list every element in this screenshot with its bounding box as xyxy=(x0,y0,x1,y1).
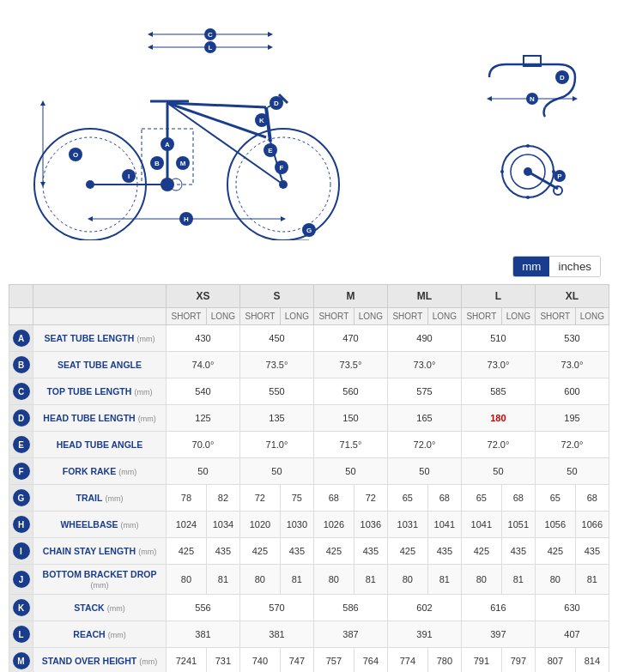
ml-long: LONG xyxy=(427,308,461,325)
cell-b-4: 73.0° xyxy=(461,352,535,378)
row-letter-l: L xyxy=(9,621,33,648)
xl-short: SHORT xyxy=(535,308,575,325)
cell-h-10: 1056 xyxy=(535,512,575,538)
cell-l-5: 407 xyxy=(535,621,609,648)
cell-k-4: 616 xyxy=(461,595,535,621)
row-letter-a: A xyxy=(9,325,33,352)
svg-point-62 xyxy=(526,144,530,148)
cell-m-4: 757 xyxy=(313,648,354,673)
cell-h-6: 1031 xyxy=(387,512,427,538)
cell-m-8: 791 xyxy=(461,648,501,673)
crank-svg: P xyxy=(489,137,575,206)
cell-j-2: 80 xyxy=(239,565,280,595)
corner-cell-2 xyxy=(33,285,167,308)
unit-toggle-area: mm inches xyxy=(0,249,618,284)
unit-toggle[interactable]: mm inches xyxy=(512,256,601,277)
cell-g-5: 72 xyxy=(354,485,387,512)
cell-g-7: 68 xyxy=(427,485,461,512)
cell-f-2: 50 xyxy=(313,458,387,485)
size-ml: ML xyxy=(387,285,461,308)
parts-diagrams: D N P xyxy=(464,51,601,206)
cell-i-8: 425 xyxy=(461,538,501,565)
table-row: FFORK RAKE (mm)505050505050 xyxy=(9,458,609,485)
cell-m-6: 774 xyxy=(387,648,427,673)
cell-e-2: 71.5° xyxy=(313,432,387,458)
row-name-i: CHAIN STAY LENGTH (mm) xyxy=(33,538,167,565)
cell-c-5: 600 xyxy=(535,378,609,405)
table-row: ASEAT TUBE LENGTH (mm)430450470490510530 xyxy=(9,325,609,352)
table-row: BSEAT TUBE ANGLE74.0°73.5°73.5°73.0°73.0… xyxy=(9,352,609,378)
cell-i-0: 425 xyxy=(167,538,207,565)
table-row: CTOP TUBE LENGTH (mm)540550560575585600 xyxy=(9,378,609,405)
row-letter-f: F xyxy=(9,458,33,485)
cell-d-4: 180 xyxy=(461,405,535,432)
svg-text:G: G xyxy=(306,227,312,234)
s-long: LONG xyxy=(280,308,313,325)
cell-b-5: 73.0° xyxy=(535,352,609,378)
cell-j-6: 80 xyxy=(387,565,427,595)
cell-h-11: 1066 xyxy=(575,512,609,538)
table-row: KSTACK (mm)556570586602616630 xyxy=(9,595,609,621)
cell-b-0: 74.0° xyxy=(167,352,240,378)
cell-j-1: 81 xyxy=(206,565,239,595)
mm-button[interactable]: mm xyxy=(513,257,549,276)
table-row: LREACH (mm)381381387391397407 xyxy=(9,621,609,648)
row-name-k: STACK (mm) xyxy=(33,595,167,621)
svg-text:K: K xyxy=(259,117,264,124)
size-l: L xyxy=(461,285,535,308)
cell-d-1: 135 xyxy=(239,405,313,432)
svg-text:N: N xyxy=(530,95,535,103)
cell-i-10: 425 xyxy=(535,538,575,565)
cell-g-3: 75 xyxy=(280,485,313,512)
svg-text:D: D xyxy=(274,100,279,107)
table-row: ICHAIN STAY LENGTH (mm)42543542543542543… xyxy=(9,538,609,565)
cell-j-7: 81 xyxy=(427,565,461,595)
row-letter-j: J xyxy=(9,565,33,595)
row-letter-c: C xyxy=(9,378,33,405)
inches-button[interactable]: inches xyxy=(549,257,600,276)
row-name-l: REACH (mm) xyxy=(33,621,167,648)
row-letter-h: H xyxy=(9,512,33,538)
table-row: GTRAIL (mm)788272756872656865686568 xyxy=(9,485,609,512)
cell-i-6: 425 xyxy=(387,538,427,565)
svg-text:H: H xyxy=(184,215,189,223)
cell-f-1: 50 xyxy=(239,458,313,485)
svg-line-10 xyxy=(167,103,266,107)
corner-cell-4 xyxy=(33,308,167,325)
size-m: M xyxy=(313,285,387,308)
cell-m-3: 747 xyxy=(280,648,313,673)
row-name-h: WHEELBASE (mm) xyxy=(33,512,167,538)
cell-m-1: 731 xyxy=(206,648,239,673)
svg-text:B: B xyxy=(154,160,160,167)
table-row: MSTAND OVER HEIGHT (mm)72417317407477577… xyxy=(9,648,609,673)
cell-d-2: 150 xyxy=(313,405,387,432)
cell-a-5: 530 xyxy=(535,325,609,352)
cell-k-5: 630 xyxy=(535,595,609,621)
corner-cell-1 xyxy=(9,285,33,308)
cell-g-6: 65 xyxy=(387,485,427,512)
cell-a-2: 470 xyxy=(313,325,387,352)
row-name-f: FORK RAKE (mm) xyxy=(33,458,167,485)
cell-b-3: 73.0° xyxy=(387,352,461,378)
cell-b-1: 73.5° xyxy=(239,352,313,378)
cell-l-2: 387 xyxy=(313,621,387,648)
cell-c-4: 585 xyxy=(461,378,535,405)
cell-h-5: 1036 xyxy=(354,512,387,538)
cell-h-2: 1020 xyxy=(239,512,280,538)
diagram-area: A B C D E F G xyxy=(0,0,618,249)
cell-e-4: 72.0° xyxy=(461,432,535,458)
shortlong-row: SHORT LONG SHORT LONG SHORT LONG SHORT L… xyxy=(9,308,609,325)
xs-long: LONG xyxy=(206,308,239,325)
cell-j-9: 81 xyxy=(501,565,535,595)
cell-a-1: 450 xyxy=(239,325,313,352)
svg-text:L: L xyxy=(209,44,213,51)
cell-g-9: 68 xyxy=(501,485,535,512)
cell-j-5: 81 xyxy=(354,565,387,595)
table-row: DHEAD TUBE LENGTH (mm)125135150165180195 xyxy=(9,405,609,432)
table-row: EHEAD TUBE ANGLE70.0°71.0°71.5°72.0°72.0… xyxy=(9,432,609,458)
geometry-table-wrapper: XS S M ML L XL SHORT LONG SHORT LONG SHO… xyxy=(0,284,618,672)
s-short: SHORT xyxy=(239,308,280,325)
m-short: SHORT xyxy=(313,308,354,325)
cell-b-2: 73.5° xyxy=(313,352,387,378)
cell-j-4: 80 xyxy=(313,565,354,595)
